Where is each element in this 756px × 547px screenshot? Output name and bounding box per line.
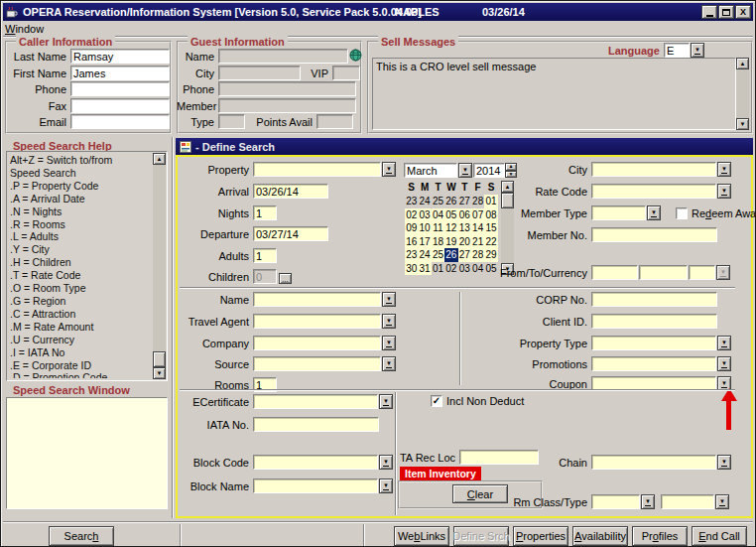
speed-search-help-item[interactable]: Alt+Z = Switch to/from Speed Search <box>10 154 139 180</box>
speed-search-help-item[interactable]: .R = Rooms <box>10 218 139 231</box>
speed-search-help-item[interactable]: .M = Rate Amount <box>10 321 139 334</box>
to-input[interactable] <box>639 265 688 280</box>
speed-search-help-item[interactable]: .P = Property Code <box>10 180 139 193</box>
guest-phone-input[interactable] <box>218 81 356 96</box>
availability-button[interactable]: Availability <box>572 526 628 546</box>
rm-type-input[interactable] <box>661 494 714 509</box>
search-button[interactable]: Search <box>49 526 114 546</box>
rm-class-input[interactable] <box>591 494 640 509</box>
calendar-date[interactable]: 30 <box>405 262 418 276</box>
ecertificate-input[interactable] <box>253 394 378 409</box>
calendar-date[interactable]: 24 <box>418 248 431 262</box>
source-input[interactable] <box>253 356 381 371</box>
adults-input[interactable] <box>253 248 277 263</box>
language-dropdown-button[interactable]: ▼ <box>691 43 704 58</box>
maximize-button[interactable] <box>718 5 734 19</box>
calendar-month-input[interactable] <box>404 163 457 178</box>
city-input[interactable] <box>591 162 716 177</box>
departure-input[interactable] <box>253 226 328 241</box>
calendar-date[interactable]: 16 <box>405 235 418 249</box>
speed-search-window-input[interactable] <box>6 397 168 509</box>
speed-search-help-item[interactable]: .U = Currency <box>10 334 139 346</box>
member-input[interactable] <box>218 98 356 113</box>
promotions-input[interactable] <box>591 356 716 371</box>
calendar-date[interactable]: 02 <box>444 262 457 276</box>
block-name-dropdown-button[interactable]: ▼ <box>379 479 393 493</box>
fax-input[interactable] <box>70 98 170 113</box>
speed-search-help-item[interactable]: .G = Region <box>10 295 139 308</box>
speed-search-help-item[interactable]: .Y = City <box>10 243 139 256</box>
calendar-date[interactable]: 31 <box>418 262 431 276</box>
ecertificate-dropdown-button[interactable]: ▼ <box>379 394 393 409</box>
rm-class-dropdown-button[interactable]: ▼ <box>641 494 655 509</box>
speed-search-help-item[interactable]: .O = Room Type <box>10 282 139 295</box>
calendar-date[interactable]: 12 <box>444 221 457 235</box>
promotions-dropdown-button[interactable]: ▼ <box>717 356 731 371</box>
scroll-up-button[interactable]: ▲ <box>736 58 749 69</box>
incl-non-deduct-checkbox[interactable]: ✓ <box>431 395 442 407</box>
close-button[interactable]: X <box>735 5 751 19</box>
calendar-date[interactable]: 25 <box>432 248 444 262</box>
calendar-date[interactable]: 06 <box>458 208 471 222</box>
email-input[interactable] <box>70 114 170 129</box>
calendar-date[interactable]: 02 <box>405 208 418 222</box>
vip-input[interactable] <box>332 66 360 80</box>
iata-no-input[interactable] <box>253 417 379 432</box>
calendar-month-dropdown-button[interactable]: ▼ <box>458 163 472 178</box>
speed-search-help-item[interactable]: .L = Adults <box>10 230 139 243</box>
minimize-button[interactable] <box>701 5 717 19</box>
calendar-date[interactable]: 01 <box>432 262 444 276</box>
calendar-date[interactable]: 23 <box>405 248 418 262</box>
profiles-button[interactable]: Profiles <box>632 526 688 546</box>
calendar-date[interactable]: 25 <box>432 195 444 208</box>
property-input[interactable] <box>253 162 381 177</box>
arrival-input[interactable] <box>253 184 328 199</box>
member-type-input[interactable] <box>591 205 646 220</box>
children-more-button[interactable]: ... <box>279 273 292 284</box>
member-no-input[interactable] <box>591 227 717 242</box>
calendar-date[interactable]: 10 <box>418 221 431 235</box>
block-name-input[interactable] <box>253 479 378 493</box>
guest-city-input[interactable] <box>218 66 301 80</box>
calendar-date[interactable]: 03 <box>418 208 431 222</box>
speed-search-help-item[interactable]: .N = Nights <box>10 205 139 218</box>
chain-dropdown-button[interactable]: ▼ <box>717 455 731 470</box>
scroll-down-button[interactable]: ▼ <box>736 118 749 130</box>
properties-button[interactable]: Properties <box>513 526 568 546</box>
calendar-date[interactable]: 20 <box>458 235 471 249</box>
company-dropdown-button[interactable]: ▼ <box>382 336 396 350</box>
speed-search-help-item[interactable]: .H = Children <box>10 256 139 269</box>
city-dropdown-button[interactable]: ▼ <box>717 162 731 177</box>
scrollbar-track[interactable] <box>736 69 749 118</box>
property-dropdown-button[interactable]: ▼ <box>382 162 396 177</box>
speed-search-help-item[interactable]: .C = Attraction <box>10 308 139 321</box>
language-input[interactable] <box>664 43 690 58</box>
calendar-date[interactable]: 11 <box>432 221 444 235</box>
children-input[interactable] <box>253 269 277 284</box>
points-avail-input[interactable] <box>316 114 353 129</box>
calendar-date[interactable]: 09 <box>405 221 418 235</box>
travel-agent-input[interactable] <box>253 314 381 329</box>
travel-agent-dropdown-button[interactable]: ▼ <box>382 314 396 329</box>
source-dropdown-button[interactable]: ▼ <box>382 356 396 371</box>
calendar-date[interactable]: 19 <box>444 235 457 249</box>
menu-window[interactable]: Window <box>5 23 44 35</box>
redeem-award-checkbox[interactable] <box>676 207 688 219</box>
property-type-input[interactable] <box>591 336 716 350</box>
property-type-dropdown-button[interactable]: ▼ <box>717 336 731 350</box>
nights-input[interactable] <box>253 205 277 220</box>
calendar-date[interactable]: 29 <box>484 248 497 262</box>
caller-phone-input[interactable] <box>70 81 170 96</box>
rate-code-input[interactable] <box>591 184 716 199</box>
speed-search-help-item[interactable]: .D = Promotion Code <box>10 371 139 378</box>
rm-type-dropdown-button[interactable]: ▼ <box>715 494 729 509</box>
end-call-button[interactable]: End Call <box>692 526 747 546</box>
calendar-date[interactable]: 27 <box>458 248 471 262</box>
block-code-input[interactable] <box>253 455 378 470</box>
calendar-date[interactable]: 24 <box>418 195 431 208</box>
member-type-dropdown-button[interactable]: ▼ <box>647 205 661 220</box>
from-input[interactable] <box>591 265 638 280</box>
speed-search-help-item[interactable]: .I = IATA No <box>10 346 139 359</box>
calendar-date[interactable]: 05 <box>444 208 457 222</box>
speed-search-help-item[interactable]: .E = Corporate ID <box>10 359 139 372</box>
